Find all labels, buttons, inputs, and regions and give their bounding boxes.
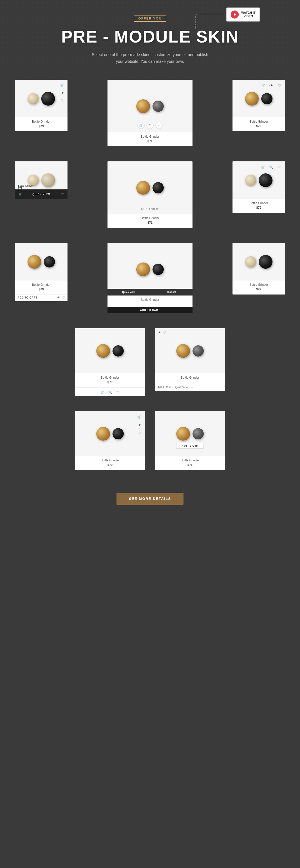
product-info: Bottle Grinder $71 [155,456,225,470]
product-card: Bottle Grinder $79 [233,243,285,294]
heart-icon-circle[interactable]: ♡ [156,122,163,129]
product-image: 🛒 👁 ♡ [75,411,145,456]
knob-cream [245,175,256,186]
knob-cream [28,93,39,104]
play-icon [231,10,239,19]
product-price: $79 [235,287,282,291]
product-overlay-info: Bottle Grinder $79 [18,184,33,190]
cart-icon[interactable]: 🛒 [59,82,66,88]
knob-dark [153,264,164,275]
product-price: $79 [18,124,65,128]
product-price: $71 [110,140,190,143]
product-image: Add To Cart [155,411,225,456]
products-row-4: Bottle Grinder $79 🛒 🔍 ♡ 👁 ♡ [15,328,285,396]
product-image: 👁 ♡ [155,328,225,373]
product-card: 🛒 🔍 ♡ Bottle Grinder $79 [233,161,285,213]
product-action-icons: 🛒 👁 ♡ [59,82,66,104]
wishlist-button[interactable]: Wishlist [150,289,193,296]
quick-view-label[interactable]: QUICK VIEW [33,193,50,196]
knob-cream [245,256,256,268]
heart-icon[interactable]: ♡ [191,385,194,389]
product-name: Bottle Grinder [18,283,65,286]
quick-view-button[interactable]: Quick View [107,289,150,296]
product-knobs [96,344,124,358]
eye-icon[interactable]: 🔍 [268,164,274,170]
product-info: Bottle Grinder $79 [233,117,285,131]
knob-gold [176,344,190,358]
product-name: Bottle Grinder [235,202,282,205]
see-more-button[interactable]: SEE MORE DETAILS [116,493,184,505]
heart-icon[interactable]: ♡ [276,82,282,89]
cart-icon[interactable]: 🛒 [260,82,267,89]
product-price: $71 [158,463,222,467]
heart-icon[interactable]: ♡ [136,430,142,436]
eye-icon-circle[interactable]: 👁 [146,122,154,129]
knob-gray [193,428,204,439]
product-image: 🛒 👁 ♡ [15,80,67,117]
eye-icon[interactable]: 🔍 [107,390,113,395]
products-section: 🛒 👁 ♡ Bottle Grinder $79 🛒 👁 [0,75,300,483]
product-info: Bottle Grinder $79 [75,373,145,388]
knob-gold [96,427,110,441]
add-to-cart-overlay[interactable]: Add To Cart [176,443,203,448]
product-knobs [176,344,204,358]
heart-icon[interactable]: ♡ [62,296,65,299]
knob-gray [153,101,164,112]
cart-icon[interactable]: 🛒 [100,390,105,395]
add-to-cart-link[interactable]: ADD TO CART [18,296,37,299]
product-info: Bottle Grinder $79 [15,117,67,131]
heart-icon[interactable]: ♡ [276,164,282,170]
knob-dark [153,182,164,193]
eye-icon[interactable]: 👁 [136,422,142,428]
product-knobs [96,427,124,441]
product-knobs [245,92,272,105]
cart-icon[interactable]: 🛒 [17,191,24,197]
offer-badge: OFFER YOU [134,15,166,22]
product-card: Bottle Grinder $79 🛒 🔍 ♡ [75,328,145,396]
product-image [75,328,145,373]
product-knobs [176,427,204,441]
products-row-5: 🛒 👁 ♡ Bottle Grinder $79 Add To Cart [15,411,285,470]
see-more-section: SEE MORE DETAILS [0,483,300,525]
cart-icon[interactable]: 🛒 [260,164,267,170]
product-card: QUICK VIEW Bottle Grinder $71 [107,161,193,228]
product-name: Bottle Grinder [158,459,222,462]
eye-icon[interactable]: 👁 [59,90,66,96]
product-image: QUICK VIEW [107,161,193,214]
eye-icon[interactable]: 👁 [57,296,60,299]
knob-dark [259,255,272,269]
product-name: Bottle Grinder [110,298,190,302]
heart-icon[interactable]: ♡ [115,390,120,395]
heart-icon[interactable]: ♡ [59,191,66,197]
product-info: Bottle Grinder $79 [75,456,145,470]
watch-video-button[interactable]: WATCH IT VIDEO [226,7,260,22]
eye-icon[interactable]: 👁 [158,331,161,335]
product-image [15,243,67,280]
product-knobs [245,174,272,187]
product-image: Quick View Wishlist [107,243,193,296]
products-row-3: Bottle Grinder $79 ADD TO CART 👁 ♡ Quick… [15,243,285,313]
watch-video-label: WATCH IT VIDEO [241,11,256,18]
add-to-cart-link[interactable]: Add To Cart [158,386,171,389]
knob-dark [41,92,55,105]
product-price: $71 [110,221,190,224]
knob-gold [176,427,190,441]
products-row-1: 🛒 👁 ♡ Bottle Grinder $79 🛒 👁 [15,80,285,146]
eye-icon[interactable]: 👁 [268,82,274,89]
knob-gold [136,262,150,276]
quick-view-text[interactable]: QUICK VIEW [141,208,159,211]
product-actions: 🛒 🔍 ♡ [75,388,145,396]
add-to-cart-button[interactable]: ADD TO CART [107,307,193,313]
product-image: 🛒 🔍 ♡ [233,161,285,199]
product-knobs [28,92,55,105]
product-card: Add To Cart Bottle Grinder $71 [155,411,225,470]
cart-icon-circle[interactable]: 🛒 [137,122,144,129]
product-knobs [136,181,164,195]
knob-gold [96,344,110,358]
cart-icon[interactable]: 🛒 [136,413,142,420]
hero-section: WATCH IT VIDEO OFFER YOU PRE - MODULE SK… [0,0,300,75]
quick-view-link[interactable]: Quick View [175,386,188,389]
heart-icon[interactable]: ♡ [59,97,66,104]
heart-icon[interactable]: ♡ [163,331,166,335]
products-row-2: Bottle Grinder $79 🛒 QUICK VIEW ♡ QUICK … [15,161,285,228]
